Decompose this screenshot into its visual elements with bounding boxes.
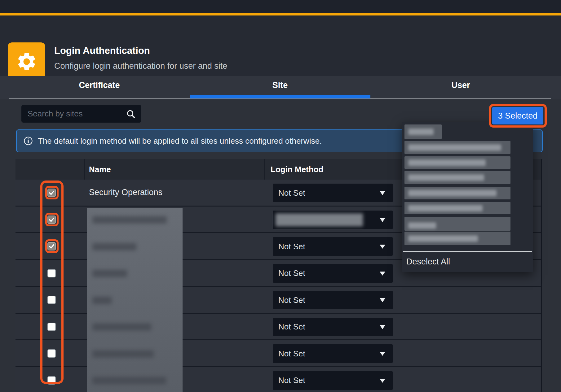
login-method-value: Not Set [278,184,305,202]
redacted-item-text [408,190,497,196]
deselect-all-button[interactable]: Deselect All [402,253,533,271]
panel-scrollbar[interactable] [403,251,532,252]
info-banner-text: The default login method will be applied… [38,136,322,146]
redacted-site-names [87,208,183,392]
redacted-site-name-text [92,216,167,224]
checkbox-column-highlight [40,181,64,384]
login-method-select[interactable]: Not Set [273,184,393,202]
redacted-item-text [408,205,483,211]
redacted-site-name-text [92,270,127,277]
checkbox-highlight [45,213,59,226]
selected-site-item-redacted[interactable] [404,217,510,231]
login-method-select[interactable]: Not Set [273,344,393,363]
column-header-name: Name [89,159,111,180]
page-title: Login Authentication [54,45,150,56]
search-icon[interactable] [126,109,136,119]
chevron-down-icon [380,218,385,222]
login-authentication-page: Login Authentication Configure login aut… [0,0,561,392]
settings-tile [8,42,45,81]
column-divider [264,159,265,180]
login-method-value: Not Set [278,291,305,309]
chevron-down-icon [380,325,385,329]
search-box [21,105,141,123]
login-method-select[interactable]: Not Set [273,237,393,256]
column-divider [84,159,85,180]
redacted-site-name-text [92,243,136,250]
login-method-value: Not Set [278,237,305,256]
chevron-down-icon [380,352,385,356]
column-header-login-method: Login Method [271,159,323,180]
selected-site-item-redacted[interactable] [404,141,510,154]
tab-user[interactable]: User [370,76,551,95]
checkbox-highlight [45,186,59,199]
redacted-item-text [408,174,484,181]
selected-sites-panel: Deselect All [402,122,533,272]
checkbox-highlight [45,239,59,253]
redacted-site-name-text [92,377,166,384]
login-method-select[interactable]: Not Set [273,371,393,390]
selected-count-button[interactable]: 3 Selected [492,107,543,124]
selected-site-item-redacted[interactable] [404,187,510,199]
login-method-value: Not Set [278,344,305,363]
login-method-select[interactable]: Not Set [273,264,393,283]
redacted-site-name-text [92,297,112,304]
active-tab-underline [190,95,370,98]
page-subtitle: Configure login authentication for user … [54,61,227,71]
chevron-down-icon [380,298,385,302]
selected-site-item-redacted[interactable] [404,232,510,245]
site-name: Security Operations [89,180,162,205]
login-method-select[interactable]: Not Set [273,291,393,309]
deselect-all-label: Deselect All [406,257,450,267]
top-app-bar [0,0,561,13]
chevron-down-icon [380,379,385,383]
redacted-item-text [408,144,501,151]
selected-site-item-redacted[interactable] [404,124,442,139]
redacted-site-name-text [92,323,151,331]
login-method-value: Not Set [278,318,305,336]
selected-site-item-redacted[interactable] [404,202,510,214]
selected-site-item-redacted[interactable] [404,156,510,169]
redacted-item-text [408,222,436,229]
chevron-down-icon [380,245,385,249]
gear-icon [16,51,38,72]
login-method-value: Not Set [278,264,305,283]
page-header: Login Authentication Configure login aut… [0,15,561,76]
redacted-site-name-text [92,350,154,358]
chevron-down-icon [380,272,385,276]
login-method-select[interactable] [273,211,393,229]
redacted-item-text [408,235,478,242]
redacted-login-method [276,213,363,226]
login-method-value: Not Set [278,371,305,390]
tab-certificate[interactable]: Certificate [9,76,190,95]
info-icon [24,136,33,146]
redacted-item-text [408,128,434,135]
login-method-select[interactable]: Not Set [273,318,393,336]
selected-site-item-redacted[interactable] [404,171,510,184]
redacted-item-text [408,159,486,166]
tab-site[interactable]: Site [190,76,370,95]
search-input[interactable] [28,105,121,123]
chevron-down-icon [380,191,385,195]
brand-accent-line [0,13,561,15]
